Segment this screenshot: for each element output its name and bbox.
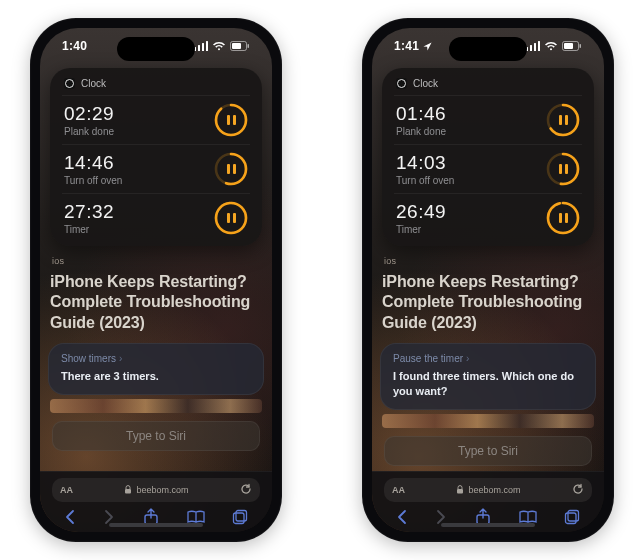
siri-response-card[interactable]: Pause the timer › I found three timers. … — [380, 343, 596, 410]
svg-rect-33 — [566, 513, 577, 524]
bookmarks-button[interactable] — [187, 510, 205, 524]
svg-rect-22 — [564, 43, 573, 49]
pause-icon — [546, 152, 580, 186]
pause-timer-button[interactable] — [546, 201, 580, 235]
timer-label: Plank done — [64, 126, 114, 137]
pause-timer-button[interactable] — [214, 201, 248, 235]
svg-rect-13 — [125, 489, 131, 494]
article-headline[interactable]: iPhone Keeps Restarting? Complete Troubl… — [382, 272, 594, 333]
safari-chrome: AA beebom.com — [372, 471, 604, 532]
timer-time: 27:32 — [64, 201, 114, 223]
timer-row[interactable]: 02:29 Plank done — [62, 95, 250, 144]
timer-label: Plank done — [396, 126, 446, 137]
svg-rect-16 — [234, 513, 245, 524]
svg-rect-1 — [198, 45, 200, 51]
url-bar[interactable]: AA beebom.com — [52, 478, 260, 502]
pause-timer-button[interactable] — [214, 103, 248, 137]
url-bar[interactable]: AA beebom.com — [384, 478, 592, 502]
url-text: beebom.com — [136, 485, 188, 495]
photo-strip — [50, 399, 262, 413]
refresh-icon[interactable] — [240, 483, 252, 497]
svg-rect-30 — [457, 489, 463, 494]
type-to-siri-input[interactable]: Type to Siri — [52, 421, 260, 451]
pause-icon — [546, 201, 580, 235]
timer-row[interactable]: 14:46 Turn off oven — [62, 144, 250, 193]
svg-rect-23 — [580, 44, 582, 48]
svg-rect-20 — [538, 41, 540, 51]
timer-time: 26:49 — [396, 201, 446, 223]
pause-timer-button[interactable] — [546, 103, 580, 137]
pause-icon — [214, 201, 248, 235]
clock-app-title: Clock — [81, 78, 106, 89]
article-headline[interactable]: iPhone Keeps Restarting? Complete Troubl… — [50, 272, 262, 333]
timer-label: Timer — [64, 224, 114, 235]
siri-user-prompt: Pause the timer — [393, 353, 463, 364]
status-time: 1:41 — [394, 39, 419, 53]
bookmarks-button[interactable] — [519, 510, 537, 524]
wifi-icon — [544, 41, 558, 51]
chevron-right-icon: › — [119, 353, 122, 364]
clock-app-icon — [64, 78, 75, 89]
timer-row[interactable]: 27:32 Timer — [62, 193, 250, 242]
wifi-icon — [212, 41, 226, 51]
phone-mockup: 1:40 Clock 02:29 Pl — [30, 18, 282, 542]
timer-time: 02:29 — [64, 103, 114, 125]
dynamic-island — [117, 37, 195, 61]
svg-rect-6 — [248, 44, 250, 48]
reader-aa-button[interactable]: AA — [60, 485, 73, 495]
clock-app-icon — [396, 78, 407, 89]
back-button[interactable] — [64, 509, 76, 525]
lock-icon — [456, 485, 464, 496]
timer-time: 14:46 — [64, 152, 122, 174]
svg-rect-32 — [568, 511, 579, 522]
siri-response-text: I found three timers. Which one do you w… — [393, 369, 583, 399]
svg-rect-2 — [202, 43, 204, 51]
home-indicator[interactable] — [109, 523, 203, 527]
svg-rect-15 — [236, 511, 247, 522]
timer-label: Turn off oven — [64, 175, 122, 186]
article-category: ios — [50, 256, 262, 266]
url-text: beebom.com — [468, 485, 520, 495]
timer-row[interactable]: 01:46 Plank done — [394, 95, 582, 144]
pause-timer-button[interactable] — [546, 152, 580, 186]
pause-icon — [546, 103, 580, 137]
timer-row[interactable]: 14:03 Turn off oven — [394, 144, 582, 193]
siri-response-card[interactable]: Show timers › There are 3 timers. — [48, 343, 264, 395]
tabs-button[interactable] — [564, 509, 580, 525]
svg-rect-18 — [530, 45, 532, 51]
battery-icon — [230, 41, 250, 51]
lock-icon — [124, 485, 132, 496]
safari-chrome: AA beebom.com — [40, 471, 272, 532]
clock-app-title: Clock — [413, 78, 438, 89]
refresh-icon[interactable] — [572, 483, 584, 497]
home-indicator[interactable] — [441, 523, 535, 527]
photo-strip — [382, 414, 594, 428]
timer-time: 01:46 — [396, 103, 446, 125]
svg-rect-3 — [206, 41, 208, 51]
reader-aa-button[interactable]: AA — [392, 485, 405, 495]
pause-timer-button[interactable] — [214, 152, 248, 186]
siri-user-prompt: Show timers — [61, 353, 116, 364]
clock-notification-card[interactable]: Clock 01:46 Plank done 14:03 Turn off ov… — [382, 68, 594, 246]
timer-label: Timer — [396, 224, 446, 235]
phone-mockup: 1:41 Clock 01:46 Pl — [362, 18, 614, 542]
timer-time: 14:03 — [396, 152, 454, 174]
clock-notification-card[interactable]: Clock 02:29 Plank done 14:46 Turn off ov… — [50, 68, 262, 246]
status-time: 1:40 — [62, 39, 87, 53]
svg-rect-5 — [232, 43, 241, 49]
timer-row[interactable]: 26:49 Timer — [394, 193, 582, 242]
cellular-icon — [526, 41, 540, 51]
tabs-button[interactable] — [232, 509, 248, 525]
location-icon — [423, 42, 432, 51]
siri-response-text: There are 3 timers. — [61, 369, 251, 384]
article-category: ios — [382, 256, 594, 266]
timer-label: Turn off oven — [396, 175, 454, 186]
pause-icon — [214, 152, 248, 186]
back-button[interactable] — [396, 509, 408, 525]
battery-icon — [562, 41, 582, 51]
chevron-right-icon: › — [466, 353, 469, 364]
svg-rect-19 — [534, 43, 536, 51]
cellular-icon — [194, 41, 208, 51]
type-to-siri-input[interactable]: Type to Siri — [384, 436, 592, 466]
pause-icon — [214, 103, 248, 137]
